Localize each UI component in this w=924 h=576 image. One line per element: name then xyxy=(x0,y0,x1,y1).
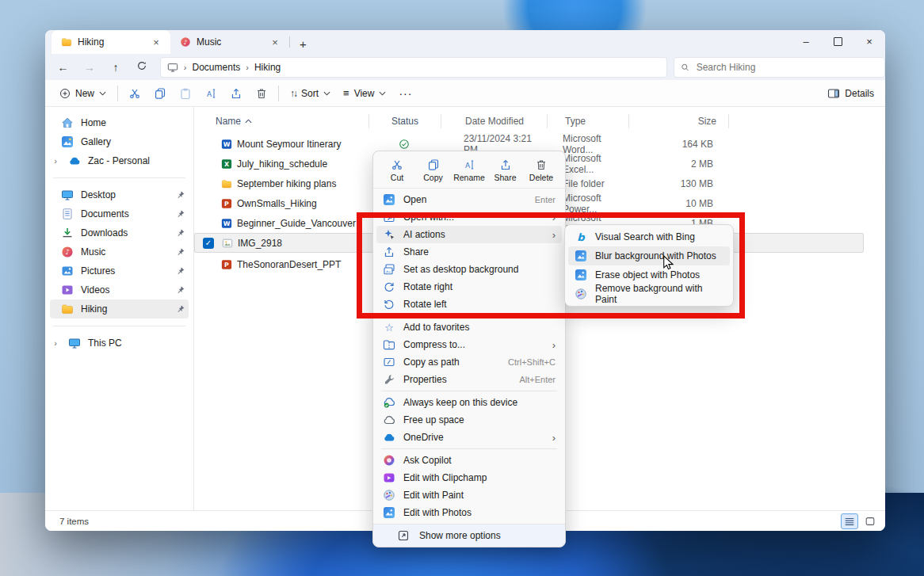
breadcrumb[interactable]: › Documents › Hiking xyxy=(160,57,667,78)
new-button[interactable]: New xyxy=(53,83,113,104)
column-header-type[interactable]: Type xyxy=(548,116,628,127)
delete-button[interactable] xyxy=(250,83,273,104)
minimize-button[interactable]: – xyxy=(790,30,822,52)
sync-status-icon xyxy=(399,139,410,150)
copy-button[interactable] xyxy=(148,83,172,104)
sidebar-item-onedrive[interactable]: › Zac - Personal xyxy=(50,151,189,170)
show-more-icon xyxy=(397,529,410,542)
close-button[interactable]: × xyxy=(853,30,885,52)
menu-item-edit-with-photos[interactable]: Edit with Photos xyxy=(376,504,562,521)
sidebar-item-videos[interactable]: Videos xyxy=(50,280,189,299)
view-button[interactable]: ≡ View xyxy=(337,83,392,104)
cloud-check-icon xyxy=(383,396,395,409)
rename-button[interactable] xyxy=(199,83,223,104)
sidebar-item-pictures[interactable]: Pictures xyxy=(50,261,189,280)
checkbox-checked[interactable]: ✓ xyxy=(203,238,214,249)
pin-icon xyxy=(176,228,185,238)
back-button[interactable]: ← xyxy=(50,61,76,74)
share-menu-button[interactable]: Share xyxy=(490,156,521,185)
sidebar-item-this-pc[interactable]: › This PC xyxy=(50,334,189,353)
up-button[interactable]: ↑ xyxy=(102,61,128,74)
menu-item-properties[interactable]: Properties Alt+Enter xyxy=(376,371,562,388)
column-header-status[interactable]: Status xyxy=(369,116,441,127)
menu-item-onedrive[interactable]: OneDrive › xyxy=(376,429,562,446)
tab-music[interactable]: Music × xyxy=(170,30,289,54)
search-box[interactable] xyxy=(674,57,885,78)
new-button-label: New xyxy=(75,88,94,99)
sidebar-item-hiking[interactable]: Hiking xyxy=(50,299,189,319)
chevron-right-icon: › xyxy=(552,339,556,351)
new-tab-button[interactable]: + xyxy=(290,37,316,51)
share-button[interactable] xyxy=(224,83,248,104)
sort-button[interactable]: ↑↓ Sort xyxy=(284,83,337,104)
menu-item-label: Edit with Clipchamp xyxy=(403,472,487,483)
details-label: Details xyxy=(845,88,874,99)
tab-hiking[interactable]: Hiking × xyxy=(52,30,170,54)
excel-file-icon xyxy=(221,158,232,170)
sidebar-item-gallery[interactable]: Gallery xyxy=(50,132,189,151)
more-options-button[interactable]: ··· xyxy=(392,87,418,100)
sidebar-item-music[interactable]: Music xyxy=(50,242,189,261)
document-icon xyxy=(61,208,74,220)
videos-icon xyxy=(61,284,74,296)
menu-shortcut: Ctrl+Shift+C xyxy=(508,357,556,367)
menu-item-copy-as-path[interactable]: Copy as path Ctrl+Shift+C xyxy=(376,353,562,371)
maximize-button[interactable] xyxy=(822,30,853,52)
tab-close-icon[interactable]: × xyxy=(269,36,281,48)
delete-menu-button[interactable]: Delete xyxy=(525,156,557,185)
file-name: July_hiking_schedule xyxy=(237,158,327,170)
file-name: IMG_2918 xyxy=(238,238,282,249)
menu-item-free-up-space[interactable]: Free up space xyxy=(376,411,562,429)
cloud-outline-icon xyxy=(383,414,395,426)
copy-menu-button[interactable]: Copy xyxy=(418,156,449,185)
caption-buttons: – × xyxy=(790,30,885,52)
quick-action-label: Rename xyxy=(453,173,485,182)
refresh-button[interactable] xyxy=(129,60,155,74)
column-header-name[interactable]: Name xyxy=(194,116,368,127)
sort-button-label: Sort xyxy=(301,88,319,99)
cut-menu-button[interactable]: Cut xyxy=(381,156,413,185)
zip-folder-icon xyxy=(383,338,395,351)
tab-label: Hiking xyxy=(78,36,104,48)
menu-item-ask-copilot[interactable]: Ask Copilot xyxy=(376,452,562,469)
preview-pane-icon xyxy=(865,516,876,527)
rename-menu-button[interactable]: Rename xyxy=(453,156,485,185)
share-icon xyxy=(230,87,242,100)
breadcrumb-documents[interactable]: Documents xyxy=(193,62,241,73)
details-toggle[interactable]: Details xyxy=(827,87,877,100)
search-input[interactable] xyxy=(695,61,878,74)
menu-item-always-keep-on-device[interactable]: Always keep on this device xyxy=(376,394,562,411)
quick-action-label: Cut xyxy=(391,173,403,182)
chevron-right-icon[interactable]: › xyxy=(50,156,61,166)
menu-item-add-to-favorites[interactable]: ☆ Add to favorites xyxy=(376,319,562,336)
details-view-button[interactable] xyxy=(841,513,858,529)
paste-button[interactable] xyxy=(174,83,197,104)
sidebar-item-label: Videos xyxy=(81,284,109,296)
menu-item-compress-to[interactable]: Compress to... › xyxy=(376,336,562,353)
copilot-icon xyxy=(383,454,395,467)
tab-close-icon[interactable]: × xyxy=(150,36,162,48)
monitor-icon xyxy=(68,337,81,349)
menu-item-edit-with-paint[interactable]: Edit with Paint xyxy=(376,486,562,504)
column-divider xyxy=(728,114,729,128)
column-header-date[interactable]: Date Modified xyxy=(441,116,547,127)
sidebar-item-documents[interactable]: Documents xyxy=(50,204,189,223)
menu-item-show-more-options[interactable]: Show more options xyxy=(373,524,565,547)
forward-button[interactable]: → xyxy=(76,61,102,74)
chevron-right-icon[interactable]: › xyxy=(50,338,61,348)
menu-item-label: Show more options xyxy=(419,530,501,541)
cut-button[interactable] xyxy=(123,83,147,104)
sidebar-item-home[interactable]: Home xyxy=(50,113,189,132)
file-name: OwnSmalls_Hiking xyxy=(237,198,317,209)
sidebar-item-downloads[interactable]: Downloads xyxy=(50,223,189,242)
column-header-size[interactable]: Size xyxy=(629,116,728,127)
items-count: 7 items xyxy=(59,517,89,526)
menu-item-edit-with-clipchamp[interactable]: Edit with Clipchamp xyxy=(376,469,562,486)
preview-pane-button[interactable] xyxy=(861,513,879,529)
menu-item-open[interactable]: Open Enter xyxy=(376,191,562,208)
breadcrumb-hiking[interactable]: Hiking xyxy=(254,62,281,73)
star-icon: ☆ xyxy=(383,321,395,334)
sidebar-item-desktop[interactable]: Desktop xyxy=(50,185,189,204)
file-size: 2 MB xyxy=(626,158,713,170)
menu-separator xyxy=(381,391,557,391)
